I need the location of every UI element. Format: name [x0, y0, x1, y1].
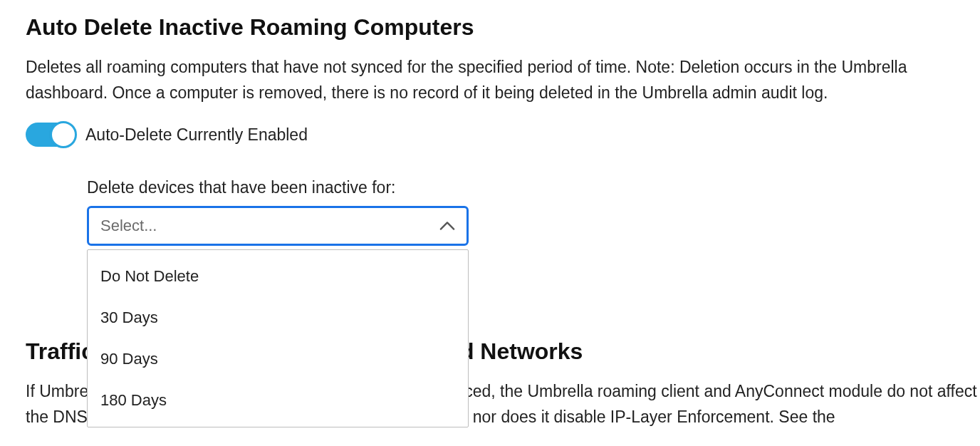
- toggle-knob: [50, 121, 77, 148]
- inactive-duration-dropdown: Do Not Delete 30 Days 90 Days 180 Days: [87, 249, 469, 427]
- select-placeholder-text: Select...: [100, 217, 157, 235]
- option-do-not-delete[interactable]: Do Not Delete: [88, 256, 468, 297]
- auto-delete-description: Deletes all roaming computers that have …: [26, 55, 980, 105]
- auto-delete-heading: Auto Delete Inactive Roaming Computers: [26, 14, 980, 41]
- chevron-up-icon: [439, 221, 455, 231]
- auto-delete-toggle-label: Auto-Delete Currently Enabled: [85, 125, 308, 145]
- option-30-days[interactable]: 30 Days: [88, 297, 468, 338]
- inactive-duration-select[interactable]: Select...: [87, 206, 469, 246]
- option-180-days[interactable]: 180 Days: [88, 380, 468, 421]
- auto-delete-toggle[interactable]: [26, 123, 75, 147]
- inactive-duration-label: Delete devices that have been inactive f…: [87, 178, 980, 197]
- option-90-days[interactable]: 90 Days: [88, 338, 468, 380]
